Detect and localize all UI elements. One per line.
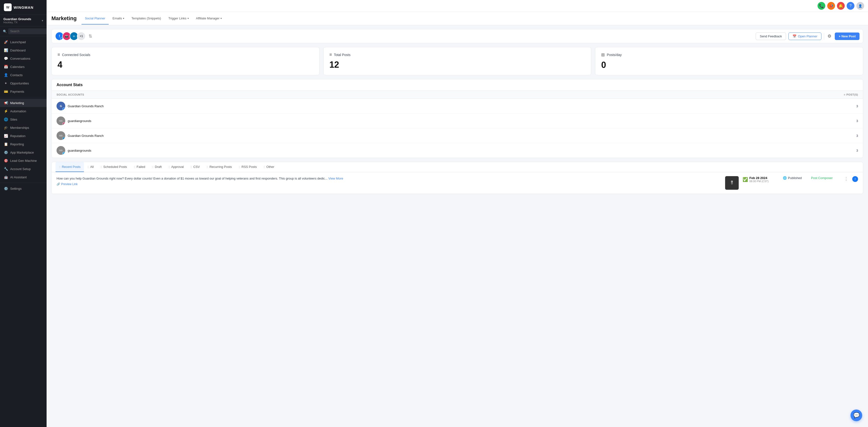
table-row: GG in Guardian Grounds Ranch 3	[52, 128, 863, 143]
new-post-button[interactable]: + New Post	[835, 32, 860, 40]
sidebar-item-opportunities[interactable]: ✦ Opportunities	[0, 79, 46, 87]
tab-rss-posts[interactable]: :: RSS Posts	[235, 162, 260, 172]
social-avatar-more[interactable]: +1	[77, 32, 86, 40]
sidebar-item-memberships[interactable]: 🎓 Memberships	[0, 123, 46, 132]
tab-dots-icon: ::	[152, 165, 154, 169]
calendar-icon: 📅	[793, 34, 797, 38]
tab-recurring-posts[interactable]: :: Recurring Posts	[203, 162, 235, 172]
tab-scheduled-posts[interactable]: :: Scheduled Posts	[97, 162, 130, 172]
account-setup-icon: 🔧	[4, 167, 8, 171]
tab-label: All	[90, 165, 94, 169]
tab-failed[interactable]: :: Failed	[130, 162, 149, 172]
tab-affiliate-manager[interactable]: Affiliate Manager ▾	[193, 12, 225, 25]
send-feedback-button[interactable]: Send Feedback	[756, 32, 786, 40]
sidebar-item-dashboard[interactable]: 📊 Dashboard	[0, 46, 46, 54]
linkedin-icon: in	[73, 35, 75, 38]
stat-value-total-posts: 12	[330, 60, 585, 70]
sidebar-item-conversations[interactable]: 💬 Conversations	[0, 54, 46, 63]
page-tabs: Social Planner Emails ▾ Templates (Snipp…	[82, 12, 225, 25]
tab-dots-icon: ::	[239, 165, 240, 169]
sidebar-item-label: Dashboard	[10, 49, 26, 52]
payments-icon: 💳	[4, 90, 8, 93]
sort-button[interactable]: ⇅	[89, 33, 92, 39]
tab-csv[interactable]: :: CSV	[187, 162, 203, 172]
sidebar-item-label: Marketing	[10, 101, 24, 105]
sidebar-item-label: Lead Gen Machine	[10, 159, 37, 162]
sidebar-item-launchpad[interactable]: 🚀 Launchpad	[0, 38, 46, 46]
chat-icon: 💬	[853, 412, 860, 419]
avatar-li: GG in	[57, 131, 65, 140]
post-published-status: 🌐 Published	[783, 176, 807, 180]
account-stats-title: Account Stats	[52, 79, 863, 91]
tab-recent-posts[interactable]: :: Recent Posts	[56, 162, 84, 172]
page-title: Marketing	[52, 12, 77, 25]
sidebar-item-ai-assistant[interactable]: 🤖 AI Assistant	[0, 173, 46, 181]
sidebar-item-marketing[interactable]: 📢 Marketing	[0, 99, 46, 107]
social-info: G f Guardian Grounds Ranch	[57, 102, 856, 111]
tab-templates[interactable]: Templates (Snippets)	[128, 12, 164, 25]
social-info: GG 📷 guardiangrounds	[57, 117, 856, 125]
tab-label: RSS Posts	[242, 165, 257, 169]
li-badge: in	[62, 137, 65, 140]
post-text: How can you help Guardian Grounds right …	[57, 176, 721, 186]
tab-emails[interactable]: Emails ▾	[109, 12, 128, 25]
bell-icon[interactable]: 🔔	[837, 2, 845, 10]
post-thumbnail: 🎖	[725, 176, 739, 190]
settings-gear-button[interactable]: ⚙	[827, 32, 832, 40]
tab-label: CSV	[193, 165, 200, 169]
tab-other[interactable]: :: Other	[260, 162, 278, 172]
marketing-icon: 📢	[4, 101, 8, 105]
help-icon[interactable]: ?	[847, 2, 855, 10]
sidebar-item-label: Conversations	[10, 57, 30, 60]
sidebar-item-sites[interactable]: 🌐 Sites	[0, 115, 46, 123]
floating-action-button[interactable]: 💬	[850, 409, 862, 421]
tab-dots-icon: ::	[207, 165, 208, 169]
tab-approval[interactable]: :: Approval	[165, 162, 187, 172]
sidebar-item-lead-gen[interactable]: 🎯 Lead Gen Machine	[0, 156, 46, 165]
sidebar-item-contacts[interactable]: 👤 Contacts	[0, 71, 46, 79]
sidebar-item-reporting[interactable]: 📋 Reporting	[0, 140, 46, 148]
sidebar-item-label: AI Assistant	[10, 175, 27, 179]
col-social-accounts: SOCIAL ACCOUNTS	[57, 93, 844, 96]
phone-icon[interactable]: 📞	[817, 2, 825, 10]
megaphone-icon[interactable]: 📣	[827, 2, 835, 10]
sidebar-item-automation[interactable]: ⚡ Automation	[0, 107, 46, 115]
search-icon: 🔍	[3, 30, 7, 33]
search-input[interactable]	[8, 28, 46, 34]
tab-dots-icon: ::	[168, 165, 170, 169]
social-account-name: Guardian Grounds Ranch	[68, 104, 103, 108]
posts-count: 3	[856, 104, 858, 108]
tab-all[interactable]: :: All	[84, 162, 97, 172]
tab-label: Recurring Posts	[209, 165, 232, 169]
social-account-name: guardiangrounds	[68, 149, 91, 152]
sidebar-item-calendars[interactable]: 📅 Calendars	[0, 63, 46, 71]
sidebar-item-label: Reporting	[10, 143, 24, 146]
platform-icon: f	[852, 176, 858, 182]
sidebar-item-label: Account Setup	[10, 167, 31, 171]
stat-label: Total Posts	[334, 53, 350, 57]
open-planner-button[interactable]: 📅 Open Planner	[788, 32, 822, 40]
tab-draft[interactable]: :: Draft	[149, 162, 165, 172]
view-more-link[interactable]: View More	[329, 177, 343, 180]
sidebar-item-payments[interactable]: 💳 Payments	[0, 87, 46, 96]
tab-social-planner[interactable]: Social Planner	[82, 12, 109, 25]
sidebar-item-settings[interactable]: ⚙️ Settings	[0, 184, 46, 193]
post-status: ✅ Feb 28 2024 08:00 PM (CST)	[743, 176, 779, 183]
dashboard-icon: 📊	[4, 48, 8, 52]
account-switcher[interactable]: Guardian Grounds Hockley, TX ▾	[0, 15, 46, 26]
table-row: G f Guardian Grounds Ranch 3	[52, 99, 863, 114]
sidebar-item-account-setup[interactable]: 🔧 Account Setup	[0, 165, 46, 173]
tab-trigger-links[interactable]: Trigger Links ▾	[165, 12, 192, 25]
preview-link[interactable]: 🔗 Preview Link	[57, 182, 721, 186]
post-source[interactable]: Post Composer	[811, 176, 840, 180]
avatar[interactable]: 👤	[856, 2, 864, 10]
tab-label: Draft	[155, 165, 161, 169]
tab-label: Approval	[171, 165, 184, 169]
tab-dots-icon: ::	[264, 165, 265, 169]
stat-label: Posts/day	[607, 53, 622, 57]
sidebar-item-reputation[interactable]: 📈 Reputation	[0, 132, 46, 140]
social-account-name: guardiangrounds	[68, 119, 91, 123]
link-icon: 🔗	[57, 182, 60, 186]
more-options-button[interactable]: ⋮	[844, 176, 848, 181]
sidebar-item-app-marketplace[interactable]: ⚙️ App Marketplace	[0, 148, 46, 156]
